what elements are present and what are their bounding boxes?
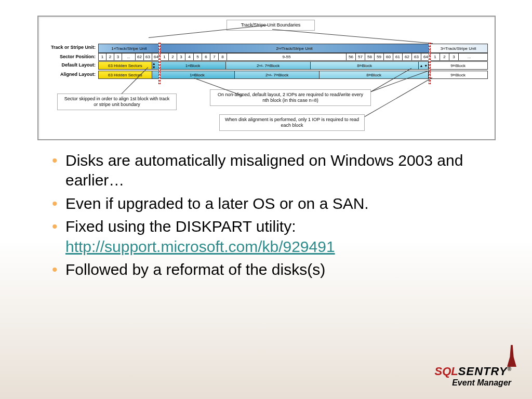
bullet-text: Followed by a reformat of the disks(s) bbox=[65, 261, 325, 278]
aligned-block-2-7: 2nd - 7th Block bbox=[235, 71, 320, 78]
bullet-item: Even if upgraded to a later OS or on a S… bbox=[47, 194, 473, 214]
aligned-hidden-sectors: 63 Hidden Sectors bbox=[99, 71, 152, 78]
label-track-row: Track or Stripe Unit: bbox=[41, 45, 96, 50]
logo-subtitle: Event Manager bbox=[435, 378, 511, 388]
default-block-1: 1st Block bbox=[160, 62, 227, 69]
default-hidden-sectors: 63 Hidden Sectors bbox=[99, 62, 152, 69]
bullet-list: Disks are automatically misaligned on Wi… bbox=[47, 151, 473, 283]
bullet-text: Disks are automatically misaligned on Wi… bbox=[65, 152, 463, 189]
aligned-block-9: 9th Block bbox=[429, 71, 487, 78]
aligned-block-8: 8th Block bbox=[320, 71, 429, 78]
default-block-2-7: 2nd - 7th Block bbox=[226, 62, 311, 69]
kb-link[interactable]: http://support.microsoft.com/kb/929491 bbox=[65, 238, 335, 255]
track-unit-2: 2nd Track/Stripe Unit bbox=[160, 44, 430, 52]
logo-text-sentry: SENTRY bbox=[458, 365, 508, 378]
label-default-row: Default Layout: bbox=[41, 62, 96, 68]
bullet-item: Fixed using the DISKPART utility: http:/… bbox=[47, 217, 473, 257]
label-sector-row: Sector Position: bbox=[41, 54, 96, 59]
bullet-item: Disks are automatically misaligned on Wi… bbox=[47, 151, 473, 191]
sqlsentry-logo: SQLSENTRY® Event Manager bbox=[435, 365, 511, 388]
bullet-text: Even if upgraded to a later OS or on a S… bbox=[65, 195, 369, 212]
disk-alignment-diagram: Track/Stripe Unit Boundaries Track or St… bbox=[37, 16, 496, 140]
bullet-item: Followed by a reformat of the disks(s) bbox=[47, 260, 473, 280]
callout-sector-skipped: Sector skipped in order to align 1st blo… bbox=[57, 94, 177, 110]
logo-registered-icon: ® bbox=[508, 366, 511, 372]
aligned-block-1: 1st Block bbox=[160, 71, 235, 78]
callout-non-aligned: On non-aligned, default layout, 2 IOPs a… bbox=[210, 89, 371, 106]
default-block-8: 8th Block bbox=[311, 62, 419, 69]
bullet-text: Fixed using the DISKPART utility: bbox=[65, 218, 296, 235]
label-aligned-row: Aligned Layout: bbox=[41, 72, 96, 77]
track-unit-1: 1st Track/Stripe Unit bbox=[99, 44, 160, 52]
callout-aligned: When disk alignment is performed, only 1… bbox=[219, 114, 365, 131]
logo-text-sql: SQL bbox=[435, 365, 458, 378]
default-block-9: 9th Block bbox=[429, 62, 487, 69]
callout-track-boundaries: Track/Stripe Unit Boundaries bbox=[227, 20, 315, 31]
logo-figure-icon bbox=[507, 345, 516, 367]
boundary-marker-1 bbox=[158, 43, 161, 84]
track-unit-3: 3rd Track/Stripe Unit bbox=[429, 44, 487, 52]
